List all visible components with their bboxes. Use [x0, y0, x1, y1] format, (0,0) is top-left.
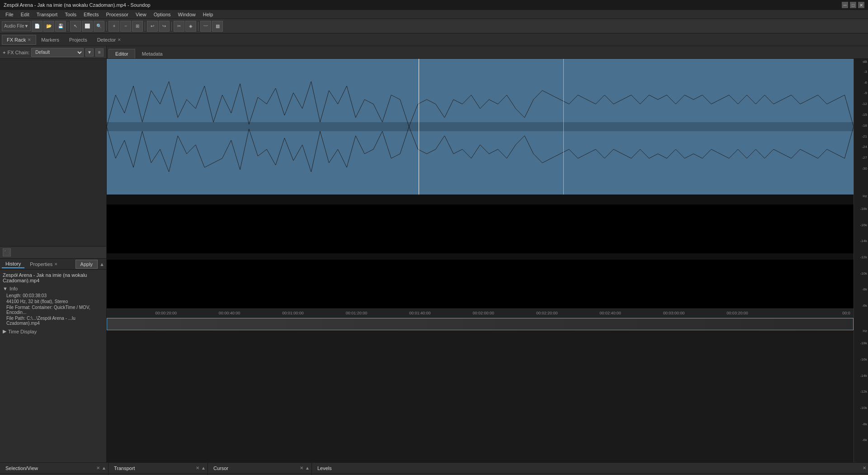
bottom-panels: Selection/View ✕ ▲ Start End Length — [0, 462, 868, 475]
transport-tab-bar: Transport ✕ ▲ — [108, 463, 208, 474]
undo-button[interactable]: ↩ — [147, 21, 158, 32]
timeline-mark: 00:00:20:00 — [155, 311, 177, 315]
minimize-button[interactable]: ─ — [842, 2, 848, 8]
mini-selection — [107, 318, 854, 330]
main-layout: + FX Chain: Default ▼ ≡ ⬛ History Proper… — [0, 46, 868, 462]
sel-view-expand[interactable]: ▲ — [102, 466, 106, 470]
cursor-close[interactable]: ✕ — [300, 466, 303, 470]
selection-view-tab[interactable]: Selection/View — [2, 465, 42, 472]
properties-tab[interactable]: Properties ✕ — [26, 261, 61, 268]
select-tool[interactable]: ⬜ — [82, 21, 93, 32]
properties-tab-close[interactable]: ✕ — [54, 262, 58, 266]
maximize-button[interactable]: □ — [850, 2, 856, 8]
open-button[interactable]: 📂 — [43, 21, 54, 32]
zoom-in-button[interactable]: + — [108, 21, 119, 32]
levels-tab[interactable]: Levels — [314, 465, 335, 472]
levels-panel: Levels ✕ dB -90 -84 -78 -72 -66 -60 -54 … — [312, 463, 868, 475]
spectrogram-sep — [107, 253, 854, 260]
scale-panel: dB -3 -6 -9 -12 -15 -18 -21 -24 -27 -30 … — [854, 59, 868, 462]
vu-separator — [107, 195, 854, 198]
transport-tab[interactable]: Transport — [110, 465, 139, 472]
menu-file[interactable]: File — [2, 11, 17, 18]
spectrogram-bottom-canvas — [107, 260, 854, 309]
cursor-tab[interactable]: Cursor — [210, 465, 232, 472]
fx-chain-select[interactable]: Default — [31, 48, 84, 57]
menu-options[interactable]: Options — [150, 11, 175, 18]
toolbar-sep-3 — [145, 22, 145, 31]
toolbar-sep-2 — [106, 22, 107, 31]
close-button[interactable]: ✕ — [858, 2, 864, 8]
menu-bar: File Edit Transport Tools Effects Proces… — [0, 10, 868, 19]
transport-expand[interactable]: ▲ — [201, 466, 206, 470]
levels-tab-bar: Levels ✕ — [312, 463, 868, 474]
history-tab[interactable]: History — [2, 260, 24, 268]
hist-prop-tabs: History Properties ✕ Apply ▲ — [0, 259, 106, 270]
timeline-mark: 00:02:00:00 — [472, 311, 494, 315]
prop-file-path: File Path: C:\...\Zespół Arena - ...lu C… — [6, 316, 104, 326]
zoom-out-button[interactable]: − — [120, 21, 131, 32]
transport-close[interactable]: ✕ — [196, 466, 199, 470]
prop-file-format: File Format: Container: QuickTime / MOV,… — [6, 305, 104, 315]
menu-processor[interactable]: Processor — [103, 11, 132, 18]
timeline-mark: 00:02:20:00 — [536, 311, 558, 315]
menu-view[interactable]: View — [132, 11, 150, 18]
menu-tools[interactable]: Tools — [61, 11, 80, 18]
timeline-mark: 00:01:20:00 — [346, 311, 368, 315]
menu-transport[interactable]: Transport — [33, 11, 61, 18]
fx-chain-menu[interactable]: ≡ — [95, 48, 104, 57]
fx-icon-1[interactable]: ⬛ — [3, 248, 11, 256]
fx-rack-tab[interactable]: FX Rack ✕ — [2, 35, 36, 45]
mini-overview[interactable] — [107, 318, 854, 330]
cursor-tab-bar: Cursor ✕ ▲ — [208, 463, 311, 474]
fx-chain-row: + FX Chain: Default ▼ ≡ — [0, 46, 106, 59]
sel-view-close[interactable]: ✕ — [96, 466, 100, 470]
toolbar-sep-4 — [171, 22, 172, 31]
timeline-mark: 00:01:00:00 — [282, 311, 304, 315]
info-section: ▼ Info Length: 00:03:38:03 44100 Hz, 32 … — [3, 286, 104, 326]
redo-button[interactable]: ↪ — [159, 21, 170, 32]
menu-edit[interactable]: Edit — [17, 11, 33, 18]
projects-tab[interactable]: Projects — [64, 35, 92, 45]
waveform-display — [107, 59, 854, 195]
editor-tabs: Editor Metadata — [107, 46, 868, 59]
cursor-expand[interactable]: ▲ — [305, 466, 310, 470]
spectrogram-top-canvas — [107, 204, 854, 253]
cursor-tool[interactable]: ↖ — [70, 21, 81, 32]
view-spectrogram-button[interactable]: ▦ — [212, 21, 223, 32]
menu-window[interactable]: Window — [175, 11, 199, 18]
clip-button[interactable]: ✂ — [174, 21, 184, 32]
properties-area: Zespół Arena - Jak na imie (na wokalu Cz… — [0, 270, 106, 462]
zoom-fit-button[interactable]: ⊞ — [132, 21, 143, 32]
detector-close[interactable]: ✕ — [118, 38, 121, 42]
levels-close[interactable]: ✕ — [863, 466, 866, 470]
fx-chain-down[interactable]: ▼ — [85, 48, 94, 57]
save-button[interactable]: 💾 — [55, 21, 66, 32]
metadata-tab[interactable]: Metadata — [135, 49, 170, 58]
fx-icon-row: ⬛ — [0, 246, 106, 259]
new-button[interactable]: 📄 — [32, 21, 42, 32]
zoom-tool[interactable]: 🔍 — [94, 21, 104, 32]
timeline-mark: 00:0 — [842, 311, 850, 315]
waveform-svg — [107, 59, 854, 195]
window-title: Zespół Arena - Jak na imie (na wokalu Cz… — [4, 2, 151, 8]
apply-button[interactable]: Apply — [75, 260, 98, 269]
editor-tab[interactable]: Editor — [108, 49, 135, 58]
timeline-mark: 00:02:40:00 — [599, 311, 621, 315]
time-display-header: ▶ Time Display — [3, 328, 104, 334]
detector-tab[interactable]: Detector ✕ — [92, 35, 127, 45]
prop-length: Length: 00:03:38:03 — [6, 293, 104, 298]
right-content: Editor Metadata — [107, 46, 868, 462]
toolbar: Audio File ▼ 📄 📂 💾 ↖ ⬜ 🔍 + − ⊞ ↩ ↪ ✂ ◈ 〰… — [0, 19, 868, 33]
info-section-header: ▼ Info — [3, 286, 104, 291]
timeline-mark: 00:01:40:00 — [409, 311, 431, 315]
scale-db-top: dB -3 -6 -9 -12 -15 -18 -21 -24 -27 -30 — [854, 59, 868, 193]
markers-tab[interactable]: Markers — [36, 35, 64, 45]
panel-expand-icon[interactable]: ▲ — [99, 261, 104, 267]
fx-rack-close[interactable]: ✕ — [28, 38, 31, 42]
normalize-button[interactable]: ◈ — [185, 21, 196, 32]
menu-effects[interactable]: Effects — [80, 11, 102, 18]
menu-help[interactable]: Help — [199, 11, 217, 18]
scale-hz-bottom-section: Hz -18k -16k -14k -12k -10k -8k -6k — [854, 328, 868, 462]
view-waveform-button[interactable]: 〰 — [200, 21, 211, 32]
toolbar-sep-5 — [198, 22, 198, 31]
